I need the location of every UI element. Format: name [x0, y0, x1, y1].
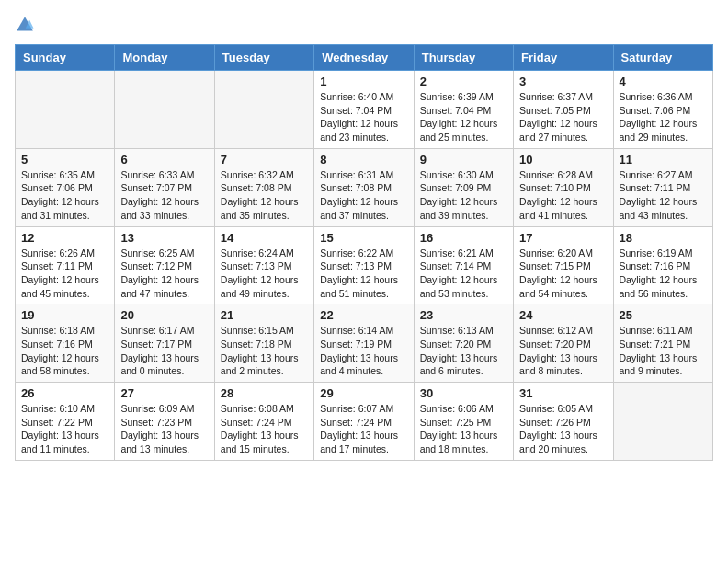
day-info: Sunrise: 6:40 AMSunset: 7:04 PMDaylight:… — [320, 90, 407, 144]
calendar-week-row: 19Sunrise: 6:18 AMSunset: 7:16 PMDayligh… — [16, 304, 713, 383]
day-info: Sunrise: 6:08 AMSunset: 7:24 PMDaylight:… — [221, 402, 308, 456]
calendar-day-cell: 4Sunrise: 6:36 AMSunset: 7:06 PMDaylight… — [613, 71, 712, 149]
day-number: 4 — [620, 75, 707, 88]
calendar-day-cell: 27Sunrise: 6:09 AMSunset: 7:23 PMDayligh… — [115, 383, 214, 461]
day-info: Sunrise: 6:12 AMSunset: 7:20 PMDaylight:… — [519, 324, 607, 378]
calendar-day-cell — [16, 71, 115, 149]
day-number: 26 — [21, 386, 108, 400]
calendar-day-cell: 11Sunrise: 6:27 AMSunset: 7:11 PMDayligh… — [613, 148, 712, 226]
calendar-day-cell: 15Sunrise: 6:22 AMSunset: 7:13 PMDayligh… — [314, 226, 414, 304]
day-number: 14 — [221, 231, 308, 245]
day-number: 27 — [120, 386, 208, 400]
weekday-header: Friday — [514, 45, 613, 71]
calendar-table: SundayMondayTuesdayWednesdayThursdayFrid… — [15, 44, 713, 461]
day-info: Sunrise: 6:06 AMSunset: 7:25 PMDaylight:… — [420, 402, 507, 456]
calendar-day-cell: 12Sunrise: 6:26 AMSunset: 7:11 PMDayligh… — [16, 226, 115, 304]
calendar-day-cell: 2Sunrise: 6:39 AMSunset: 7:04 PMDaylight… — [414, 71, 513, 149]
day-number: 3 — [519, 75, 607, 88]
day-info: Sunrise: 6:36 AMSunset: 7:06 PMDaylight:… — [620, 90, 707, 144]
day-number: 20 — [120, 308, 208, 322]
calendar-day-cell: 16Sunrise: 6:21 AMSunset: 7:14 PMDayligh… — [414, 226, 513, 304]
day-info: Sunrise: 6:14 AMSunset: 7:19 PMDaylight:… — [320, 324, 407, 378]
calendar-day-cell: 10Sunrise: 6:28 AMSunset: 7:10 PMDayligh… — [514, 148, 613, 226]
calendar-day-cell: 22Sunrise: 6:14 AMSunset: 7:19 PMDayligh… — [314, 304, 414, 383]
day-number: 22 — [320, 308, 407, 322]
logo-icon — [15, 15, 35, 35]
weekday-header: Tuesday — [214, 45, 313, 71]
calendar-day-cell: 26Sunrise: 6:10 AMSunset: 7:22 PMDayligh… — [16, 383, 115, 461]
day-info: Sunrise: 6:07 AMSunset: 7:24 PMDaylight:… — [320, 402, 407, 456]
day-info: Sunrise: 6:18 AMSunset: 7:16 PMDaylight:… — [21, 324, 108, 378]
day-info: Sunrise: 6:31 AMSunset: 7:08 PMDaylight:… — [320, 168, 407, 223]
day-number: 16 — [420, 231, 507, 245]
day-info: Sunrise: 6:25 AMSunset: 7:12 PMDaylight:… — [120, 247, 208, 301]
calendar-header-row: SundayMondayTuesdayWednesdayThursdayFrid… — [16, 45, 713, 71]
day-info: Sunrise: 6:11 AMSunset: 7:21 PMDaylight:… — [620, 324, 707, 378]
day-number: 17 — [519, 231, 607, 245]
calendar-day-cell: 1Sunrise: 6:40 AMSunset: 7:04 PMDaylight… — [314, 71, 414, 149]
calendar-day-cell: 28Sunrise: 6:08 AMSunset: 7:24 PMDayligh… — [214, 383, 313, 461]
calendar-day-cell — [214, 71, 313, 149]
page-header — [15, 15, 713, 35]
calendar-day-cell: 20Sunrise: 6:17 AMSunset: 7:17 PMDayligh… — [115, 304, 214, 383]
weekday-header: Thursday — [414, 45, 513, 71]
day-info: Sunrise: 6:33 AMSunset: 7:07 PMDaylight:… — [120, 168, 208, 223]
day-info: Sunrise: 6:30 AMSunset: 7:09 PMDaylight:… — [420, 168, 507, 223]
day-number: 1 — [320, 75, 407, 88]
calendar-day-cell: 13Sunrise: 6:25 AMSunset: 7:12 PMDayligh… — [115, 226, 214, 304]
weekday-header: Monday — [115, 45, 214, 71]
calendar-day-cell: 9Sunrise: 6:30 AMSunset: 7:09 PMDaylight… — [414, 148, 513, 226]
calendar-day-cell: 24Sunrise: 6:12 AMSunset: 7:20 PMDayligh… — [514, 304, 613, 383]
day-number: 24 — [519, 308, 607, 322]
day-info: Sunrise: 6:26 AMSunset: 7:11 PMDaylight:… — [21, 247, 108, 301]
day-number: 11 — [620, 153, 707, 167]
day-number: 21 — [221, 308, 308, 322]
day-number: 19 — [21, 308, 108, 322]
day-number: 7 — [221, 153, 308, 167]
day-number: 12 — [21, 231, 108, 245]
calendar-week-row: 1Sunrise: 6:40 AMSunset: 7:04 PMDaylight… — [16, 71, 713, 149]
day-info: Sunrise: 6:32 AMSunset: 7:08 PMDaylight:… — [221, 168, 308, 223]
day-number: 28 — [221, 386, 308, 400]
calendar-day-cell: 21Sunrise: 6:15 AMSunset: 7:18 PMDayligh… — [214, 304, 313, 383]
calendar-day-cell: 6Sunrise: 6:33 AMSunset: 7:07 PMDaylight… — [115, 148, 214, 226]
day-info: Sunrise: 6:10 AMSunset: 7:22 PMDaylight:… — [21, 402, 108, 456]
day-number: 29 — [320, 386, 407, 400]
calendar-day-cell: 19Sunrise: 6:18 AMSunset: 7:16 PMDayligh… — [16, 304, 115, 383]
calendar-day-cell: 5Sunrise: 6:35 AMSunset: 7:06 PMDaylight… — [16, 148, 115, 226]
calendar-day-cell: 30Sunrise: 6:06 AMSunset: 7:25 PMDayligh… — [414, 383, 513, 461]
calendar-day-cell: 8Sunrise: 6:31 AMSunset: 7:08 PMDaylight… — [314, 148, 414, 226]
weekday-header: Sunday — [16, 45, 115, 71]
calendar-day-cell: 23Sunrise: 6:13 AMSunset: 7:20 PMDayligh… — [414, 304, 513, 383]
calendar-day-cell — [613, 383, 712, 461]
day-info: Sunrise: 6:24 AMSunset: 7:13 PMDaylight:… — [221, 247, 308, 301]
calendar-day-cell: 25Sunrise: 6:11 AMSunset: 7:21 PMDayligh… — [613, 304, 712, 383]
day-info: Sunrise: 6:22 AMSunset: 7:13 PMDaylight:… — [320, 247, 407, 301]
day-info: Sunrise: 6:27 AMSunset: 7:11 PMDaylight:… — [620, 168, 707, 223]
calendar-week-row: 26Sunrise: 6:10 AMSunset: 7:22 PMDayligh… — [16, 383, 713, 461]
day-number: 30 — [420, 386, 507, 400]
day-info: Sunrise: 6:39 AMSunset: 7:04 PMDaylight:… — [420, 90, 507, 144]
day-info: Sunrise: 6:35 AMSunset: 7:06 PMDaylight:… — [21, 168, 108, 223]
day-info: Sunrise: 6:28 AMSunset: 7:10 PMDaylight:… — [519, 168, 607, 223]
day-number: 23 — [420, 308, 507, 322]
calendar-week-row: 5Sunrise: 6:35 AMSunset: 7:06 PMDaylight… — [16, 148, 713, 226]
calendar-day-cell: 29Sunrise: 6:07 AMSunset: 7:24 PMDayligh… — [314, 383, 414, 461]
day-info: Sunrise: 6:20 AMSunset: 7:15 PMDaylight:… — [519, 247, 607, 301]
day-info: Sunrise: 6:17 AMSunset: 7:17 PMDaylight:… — [120, 324, 208, 378]
calendar-day-cell: 14Sunrise: 6:24 AMSunset: 7:13 PMDayligh… — [214, 226, 313, 304]
day-number: 5 — [21, 153, 108, 167]
day-number: 8 — [320, 153, 407, 167]
day-number: 15 — [320, 231, 407, 245]
calendar-day-cell: 18Sunrise: 6:19 AMSunset: 7:16 PMDayligh… — [613, 226, 712, 304]
calendar-week-row: 12Sunrise: 6:26 AMSunset: 7:11 PMDayligh… — [16, 226, 713, 304]
day-number: 6 — [120, 153, 208, 167]
day-number: 9 — [420, 153, 507, 167]
day-number: 25 — [620, 308, 707, 322]
day-number: 31 — [519, 386, 607, 400]
day-info: Sunrise: 6:37 AMSunset: 7:05 PMDaylight:… — [519, 90, 607, 144]
day-number: 13 — [120, 231, 208, 245]
logo — [15, 15, 39, 35]
calendar-day-cell — [115, 71, 214, 149]
weekday-header: Saturday — [613, 45, 712, 71]
